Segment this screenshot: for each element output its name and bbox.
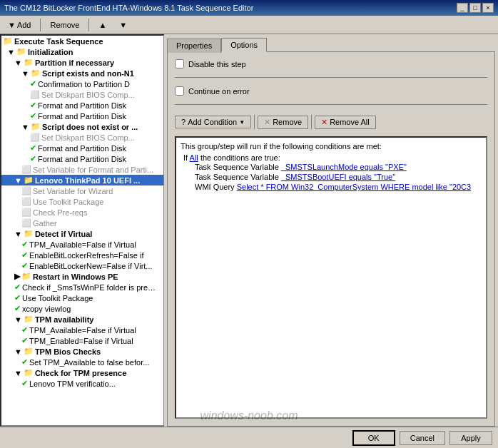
toolbar: ▼ Add Remove ▲ ▼ bbox=[0, 16, 498, 34]
tree-item-tpm2[interactable]: ✔ TPM_Available=False if Virtual bbox=[1, 325, 163, 335]
step-icon: ✔ bbox=[14, 282, 21, 292]
remove-all-button[interactable]: ✕ Remove All bbox=[315, 116, 376, 129]
tree-item-lenovo[interactable]: ▼ 📁 Lenovo ThinkPad 10 UEFI ... bbox=[1, 175, 163, 185]
tree-item-format4[interactable]: ✔ Format and Partition Disk bbox=[1, 153, 163, 164]
condition-type-2: WMI Query bbox=[195, 183, 237, 191]
minimize-button[interactable]: _ bbox=[457, 3, 468, 13]
expand-icon: ▼ bbox=[14, 230, 22, 238]
conditions-true-label: the conditions are true: bbox=[200, 153, 280, 162]
tree-item-partition[interactable]: ▼ 📁 Partition if necessary bbox=[1, 57, 163, 68]
step-icon: ✔ bbox=[14, 304, 21, 313]
tree-item-tpm-avail-grp[interactable]: ▼ 📁 TPM availability bbox=[1, 314, 163, 325]
tree-item-format2[interactable]: ✔ Format and Partition Disk bbox=[1, 111, 163, 121]
remove-condition-button[interactable]: ✕ Remove bbox=[258, 116, 308, 129]
task-sequence-tree[interactable]: 📁 Execute Task Sequence ▼ 📁 Initializati… bbox=[0, 34, 164, 427]
move-down-button[interactable]: ▼ bbox=[114, 19, 132, 31]
tree-item-diskpart-bios[interactable]: ⬜ Set Diskpart BIOS Comp... bbox=[1, 89, 163, 100]
step-icon: ✔ bbox=[30, 143, 36, 153]
tree-item-xcopy[interactable]: ✔ xcopy viewlog bbox=[1, 303, 163, 314]
cancel-button[interactable]: Cancel bbox=[400, 431, 445, 445]
cond-separator-2 bbox=[311, 115, 312, 129]
tree-item-tpm-enabled[interactable]: ✔ TPM_Enabled=False if Virtual bbox=[1, 335, 163, 346]
continue-error-checkbox[interactable] bbox=[175, 86, 184, 96]
add-condition-button[interactable]: ? Add Condition ▼ bbox=[175, 116, 251, 128]
tree-item-gather[interactable]: ⬜ Gather bbox=[1, 218, 163, 228]
folder-icon: 📁 bbox=[16, 47, 26, 56]
add-icon: ▼ bbox=[8, 21, 16, 29]
step-icon: ✔ bbox=[21, 240, 28, 249]
condition-item-2[interactable]: WMI Query Select * FROM Win32_ComputerSy… bbox=[195, 182, 482, 192]
toolbar-separator bbox=[40, 19, 41, 31]
tree-item-tpm-avail[interactable]: ✔ TPM_Available=False if Virtual bbox=[1, 239, 163, 250]
options-tab-content: Disable this step Continue on error ? Ad… bbox=[167, 51, 495, 427]
toolbar-separator-2 bbox=[88, 19, 89, 31]
tree-item-confirm[interactable]: ✔ Confirmation to Partition D bbox=[1, 78, 163, 89]
tree-item-enable-refresh[interactable]: ✔ EnableBitLockerRefresh=False if bbox=[1, 250, 163, 260]
add-button[interactable]: ▼ Add bbox=[3, 19, 36, 31]
condition-description: This group/step will run if the followin… bbox=[181, 142, 482, 151]
step-icon-gray: ⬜ bbox=[21, 186, 31, 195]
tree-item-set-wizard[interactable]: ⬜ Set Variable for Wizard bbox=[1, 185, 163, 196]
step-icon: ✔ bbox=[21, 357, 28, 367]
ok-button[interactable]: OK bbox=[352, 430, 395, 446]
tree-item-script-not[interactable]: ▼ 📁 Script does not exist or ... bbox=[1, 121, 163, 132]
tree-item-detect-virtual[interactable]: ▼ 📁 Detect if Virtual bbox=[1, 228, 163, 239]
continue-error-label: Continue on error bbox=[188, 87, 250, 96]
step-icon: ✔ bbox=[21, 336, 28, 345]
tab-options[interactable]: Options bbox=[221, 38, 267, 52]
condition-toolbar: ? Add Condition ▼ ✕ Remove ✕ Remove All bbox=[175, 113, 487, 131]
tab-bar: Properties Options bbox=[164, 34, 498, 51]
tree-item-prereqs[interactable]: ⬜ Check Pre-reqs bbox=[1, 207, 163, 218]
step-icon: ✔ bbox=[30, 101, 36, 110]
condition-item-0[interactable]: Task Sequence Variable _SMSTSLaunchMode … bbox=[195, 162, 482, 172]
tree-item-initialization[interactable]: ▼ 📁 Initialization bbox=[1, 46, 163, 57]
tree-item-set-var[interactable]: ⬜ Set Variable for Format and Parti... bbox=[1, 164, 163, 175]
cond-separator-1 bbox=[254, 115, 255, 129]
condition-item-1[interactable]: Task Sequence Variable _SMSTSBootUEFI eq… bbox=[195, 172, 482, 182]
maximize-button[interactable]: □ bbox=[469, 3, 481, 13]
folder-icon: 📁 bbox=[3, 36, 13, 46]
tree-item-tpm-bios[interactable]: ▼ 📁 TPM Bios Checks bbox=[1, 346, 163, 357]
move-up-button[interactable]: ▲ bbox=[93, 19, 111, 31]
all-link[interactable]: All bbox=[190, 153, 198, 162]
tree-item-check-folder[interactable]: ✔ Check if _SmsTsWinPE folder is pres... bbox=[1, 282, 163, 292]
step-icon: ✔ bbox=[30, 79, 36, 88]
condition-value-1[interactable]: _SMSTSBootUEFI equals "True" bbox=[281, 173, 395, 181]
condition-value-2[interactable]: Select * FROM Win32_ComputerSystem WHERE… bbox=[237, 183, 472, 191]
close-button[interactable]: × bbox=[482, 3, 494, 13]
apply-button[interactable]: Apply bbox=[449, 431, 492, 445]
tree-item-toolkit[interactable]: ⬜ Use Toolkit Package bbox=[1, 196, 163, 207]
tree-item-enable-new[interactable]: ✔ EnableBitLockerNew=False if Virt... bbox=[1, 260, 163, 271]
condition-value-0[interactable]: _SMSTSLaunchMode equals "PXE" bbox=[281, 163, 407, 171]
disable-step-checkbox[interactable] bbox=[175, 59, 184, 68]
if-label: If bbox=[183, 153, 188, 162]
step-icon: ✔ bbox=[30, 111, 36, 121]
expand-icon: ▼ bbox=[7, 48, 15, 56]
tree-item-format3[interactable]: ✔ Format and Partition Disk bbox=[1, 143, 163, 153]
tree-item-format1[interactable]: ✔ Format and Partition Disk bbox=[1, 100, 163, 111]
continue-error-row: Continue on error bbox=[175, 86, 487, 96]
tree-item-script-exists[interactable]: ▼ 📁 Script exists and non-N1 bbox=[1, 68, 163, 78]
tree-item-set-tpm[interactable]: ✔ Set TPM_Available to false befor... bbox=[1, 357, 163, 367]
step-icon-gray: ⬜ bbox=[21, 197, 31, 206]
bottom-bar: windows-noob.com OK Cancel Apply bbox=[0, 427, 498, 448]
folder-icon: 📁 bbox=[24, 175, 34, 185]
folder-icon: 📁 bbox=[21, 272, 31, 281]
expand-icon: ▼ bbox=[14, 176, 22, 185]
tree-root[interactable]: 📁 Execute Task Sequence bbox=[1, 36, 163, 46]
tree-item-check-tpm[interactable]: ▼ 📁 Check for TPM presence bbox=[1, 367, 163, 378]
tree-item-restart-pe[interactable]: ▶ 📁 Restart in Windows PE bbox=[1, 271, 163, 282]
remove-icon: ✕ bbox=[264, 118, 270, 127]
tree-item-lenovo-tpm[interactable]: ✔ Lenovo TPM verificatio... bbox=[1, 378, 163, 389]
dropdown-arrow-icon: ▼ bbox=[239, 119, 245, 126]
title-bar-buttons: _ □ × bbox=[457, 3, 494, 13]
condition-box[interactable]: This group/step will run if the followin… bbox=[175, 136, 487, 419]
condition-if-row: If All the conditions are true: bbox=[183, 153, 482, 162]
step-icon: ✔ bbox=[21, 379, 28, 388]
folder-icon: 📁 bbox=[24, 229, 34, 238]
expand-icon: ▶ bbox=[14, 272, 20, 281]
tree-item-diskpart2[interactable]: ⬜ Set Diskpart BIOS Comp... bbox=[1, 132, 163, 143]
tab-properties[interactable]: Properties bbox=[167, 39, 221, 53]
tree-item-toolkit2[interactable]: ✔ Use Toolkit Package bbox=[1, 292, 163, 303]
remove-button[interactable]: Remove bbox=[45, 19, 84, 31]
